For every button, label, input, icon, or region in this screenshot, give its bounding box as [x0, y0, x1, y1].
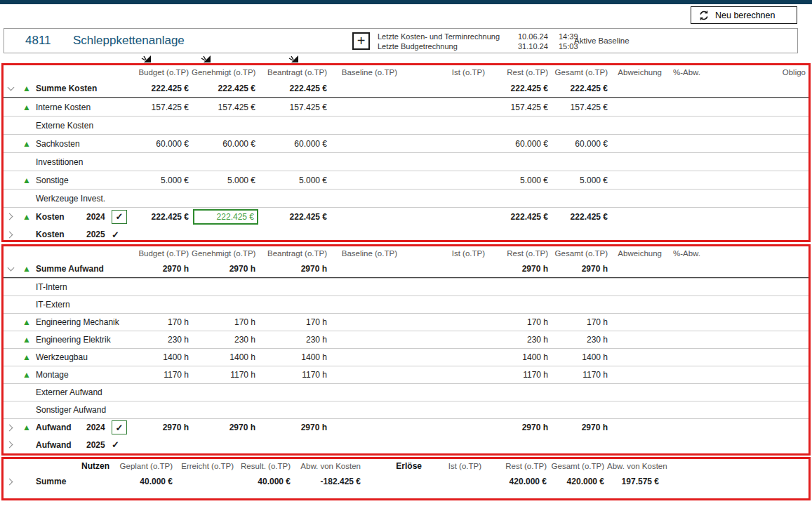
value-cell: 170 h: [258, 317, 330, 327]
column-header: %-Abw.: [665, 249, 703, 258]
value-cell: 420.000 €: [484, 477, 550, 486]
expander-spacer: [4, 384, 18, 401]
trend-up-icon: ▲: [18, 423, 36, 432]
value-cell: 5.000 €: [192, 175, 258, 185]
row-label: Aufwand: [36, 423, 86, 432]
row-label: Kosten: [36, 212, 86, 222]
column-filter-pin-icon[interactable]: [200, 54, 211, 64]
row-label: Summe Kosten: [36, 84, 130, 93]
row-label: Montage: [36, 370, 130, 380]
row-label-cell: ▲Engineering Mechanik: [18, 314, 130, 331]
column-header: Abw. von Kosten: [293, 462, 364, 470]
row-label-cell: Externe Kosten: [18, 117, 130, 134]
collapse-chevron-icon[interactable]: [4, 79, 18, 97]
value-cell: 5.000 €: [551, 175, 611, 185]
row-label-cell: Externer Aufwand: [18, 384, 130, 401]
expander-spacer: [4, 331, 18, 348]
row-label: Werkzeugbau: [36, 352, 130, 362]
value-cell: 60.000 €: [130, 139, 192, 149]
year-label: 2025: [86, 230, 112, 239]
column-header: Nutzen: [18, 461, 112, 471]
column-header: Abw. von Kosten: [607, 462, 662, 470]
column-header: Abweichung: [611, 249, 665, 258]
column-header: Genehmigt (o.TP): [192, 249, 258, 258]
project-header: 4811 Schleppkettenanlage + Letzte Kosten…: [4, 28, 798, 53]
trend-up-icon: ▲: [18, 213, 36, 221]
table-row: Kosten2025✓: [4, 225, 808, 244]
row-label-cell: Sonstiger Aufwand: [18, 401, 130, 418]
column-header: Geplant (o.TP): [112, 462, 175, 470]
table-row: Investitionen: [4, 152, 808, 171]
row-label-cell: IT-Extern: [18, 296, 130, 313]
row-label-cell: ▲Interne Kosten: [18, 98, 130, 116]
trend-up-icon: ▲: [18, 103, 36, 112]
row-label: IT-Extern: [36, 300, 130, 310]
expander-spacer: [4, 296, 18, 313]
value-cell: 1170 h: [130, 370, 192, 380]
table-row: Externer Aufwand: [4, 383, 808, 401]
value-cell: 170 h: [192, 317, 258, 327]
expander-spacer: [4, 171, 18, 189]
column-header: Gesamt (o.TP): [550, 462, 607, 470]
recalculate-button[interactable]: Neu berechnen: [691, 6, 797, 24]
row-label: Sonstiger Aufwand: [36, 405, 130, 415]
value-cell: 157.425 €: [551, 102, 611, 112]
trend-up-icon: ▲: [18, 353, 36, 361]
table-row: Sonstiger Aufwand: [4, 401, 808, 418]
value-cell: 60.000 €: [488, 139, 551, 149]
project-name: Schleppkettenanlage: [73, 34, 185, 48]
recalculate-label: Neu berechnen: [715, 11, 775, 20]
column-header: Ist (o.TP): [400, 249, 488, 258]
year-checkmark-icon[interactable]: ✓: [112, 230, 130, 240]
row-label: Investitionen: [36, 157, 130, 167]
value-cell: 222.425 €: [258, 212, 330, 222]
table-row: ▲Engineering Mechanik170 h170 h170 h170 …: [4, 313, 808, 331]
trend-up-icon: ▲: [18, 176, 36, 185]
year-checkbox[interactable]: ✓: [112, 210, 127, 224]
collapse-chevron-icon[interactable]: [4, 260, 18, 277]
column-filter-pin-icon[interactable]: [288, 54, 299, 64]
column-filter-pin-icon[interactable]: [140, 54, 152, 64]
value-cell: 222.425 €: [130, 84, 192, 93]
expand-chevron-icon[interactable]: [4, 208, 18, 225]
value-cell: 197.575 €: [607, 477, 662, 486]
expand-chevron-icon[interactable]: [4, 419, 18, 436]
value-cell: 2970 h: [192, 423, 258, 432]
column-header: %-Abw.: [665, 68, 703, 77]
year-checkmark-icon[interactable]: ✓: [112, 439, 130, 450]
value-cell: 60.000 €: [192, 139, 258, 149]
value-cell: 170 h: [130, 317, 192, 327]
value-cell: 1400 h: [130, 352, 192, 362]
expand-chevron-icon[interactable]: [4, 436, 18, 453]
table-row: IT-Intern: [4, 278, 808, 295]
column-header: Erlöse: [364, 461, 425, 471]
value-cell: 1400 h: [192, 352, 258, 362]
row-label: Engineering Elektrik: [36, 335, 130, 345]
value-cell: 1170 h: [551, 370, 611, 380]
table-row: ▲Aufwand2024✓2970 h2970 h2970 h2970 h297…: [4, 418, 808, 436]
value-cell[interactable]: 222.425 €: [193, 209, 258, 225]
expand-plus-icon[interactable]: +: [352, 32, 370, 50]
column-header: Baseline (o.TP): [330, 249, 400, 258]
row-label-cell: ▲Aufwand2024✓: [18, 419, 130, 436]
value-cell: 157.425 €: [258, 102, 330, 112]
table-row: ▲Summe Kosten222.425 €222.425 €222.425 €…: [4, 79, 808, 98]
value-cell: -182.425 €: [293, 477, 364, 486]
expander-spacer: [4, 366, 18, 383]
table-row: ▲Engineering Elektrik230 h230 h230 h230 …: [4, 331, 808, 348]
year-checkbox[interactable]: ✓: [112, 420, 127, 434]
column-header: Gesamt (o.TP): [551, 68, 611, 77]
value-cell: 230 h: [192, 335, 258, 345]
value-cell: 1400 h: [488, 352, 551, 362]
expand-chevron-icon[interactable]: [4, 225, 18, 244]
column-header: Abweichung: [611, 68, 665, 77]
year-label: 2024: [86, 423, 112, 432]
column-header: Beantragt (o.TP): [258, 68, 330, 77]
value-cell: 230 h: [488, 335, 551, 345]
row-label: Externer Aufwand: [36, 387, 130, 397]
row-label: Interne Kosten: [36, 102, 130, 112]
expand-chevron-icon[interactable]: [4, 473, 18, 490]
column-header-row: Budget (o.TP)Genehmigt (o.TP)Beantragt (…: [4, 246, 808, 260]
value-cell: 2970 h: [130, 264, 192, 274]
last-budget-calc-date: 31.10.24: [518, 41, 559, 51]
